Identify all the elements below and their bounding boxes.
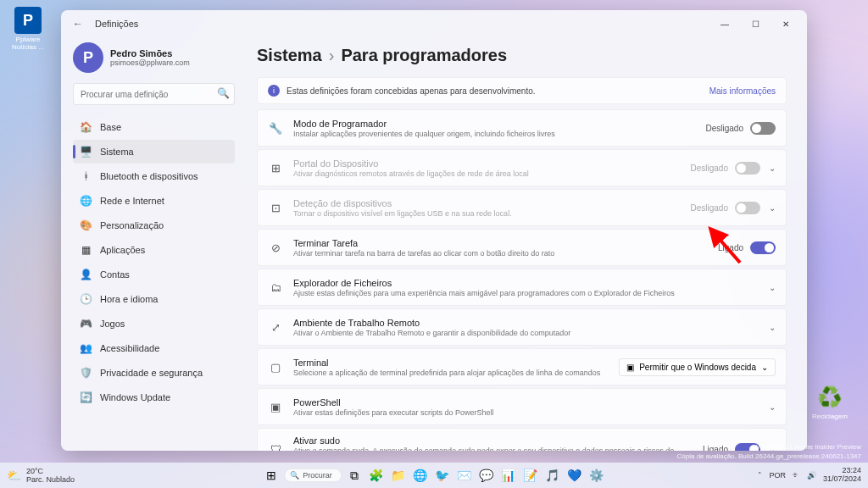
avatar: P — [73, 42, 103, 73]
search-icon: 🔍 — [290, 471, 299, 480]
setting-row[interactable]: ⊞ Portal do Dispositivo Ativar diagnósti… — [257, 149, 787, 186]
taskbar-app[interactable]: 📊 — [499, 466, 518, 485]
chevron-down-icon: ⌄ — [761, 363, 768, 372]
minimize-button[interactable]: — — [710, 14, 739, 34]
setting-icon: ▣ — [268, 401, 283, 413]
tray-volume-icon[interactable]: 🔊 — [807, 471, 816, 480]
taskbar-app[interactable]: 💙 — [565, 466, 584, 485]
breadcrumb-parent[interactable]: Sistema — [257, 46, 322, 65]
search-icon: 🔍 — [217, 87, 230, 99]
sidebar-item[interactable]: 🎮Jogos — [73, 312, 235, 336]
search-box[interactable]: 🔍 — [73, 83, 235, 105]
taskbar-app[interactable]: 💬 — [477, 466, 496, 485]
setting-desc: Ative o comando sudo. A execução do coma… — [293, 446, 703, 451]
nav-icon: 🎮 — [80, 318, 92, 330]
sidebar-item[interactable]: ▦Aplicações — [73, 238, 235, 262]
sidebar-item[interactable]: 🕒Hora e idioma — [73, 287, 235, 311]
taskbar-app[interactable]: ✉️ — [455, 466, 474, 485]
nav-label: Aplicações — [100, 245, 145, 255]
info-bar: i Estas definições foram concebidas apen… — [257, 77, 787, 104]
weather-widget[interactable]: ⛅ 20°C Parc. Nublado — [7, 467, 75, 484]
content-area: Sistema › Para programadores i Estas def… — [243, 37, 807, 451]
setting-row[interactable]: ⊡ Deteção de dispositivos Tornar o dispo… — [257, 189, 787, 226]
start-button[interactable]: ⊞ — [262, 466, 281, 485]
taskbar-app[interactable]: 🎵 — [543, 466, 562, 485]
info-link[interactable]: Mais informações — [709, 86, 776, 96]
maximize-button[interactable]: ☐ — [741, 14, 770, 34]
back-button[interactable]: ← — [68, 18, 88, 30]
nav-label: Contas — [100, 269, 130, 280]
recycle-icon: ♻️ — [816, 384, 843, 411]
nav-icon: 🎨 — [80, 219, 92, 231]
weather-icon: ⛅ — [7, 469, 21, 482]
nav-icon: 👤 — [80, 269, 92, 280]
terminal-dropdown[interactable]: ▣Permitir que o Windows decida⌄ — [619, 358, 776, 376]
sidebar-item[interactable]: 👥Acessibilidade — [73, 336, 235, 360]
nav-label: Privacidade e segurança — [100, 368, 203, 378]
sidebar-item[interactable]: 🔄Windows Update — [73, 385, 235, 409]
sidebar-item[interactable]: 🖥️Sistema — [73, 140, 235, 164]
setting-title: Deteção de dispositivos — [293, 198, 691, 208]
nav-list: 🏠Base🖥️SistemaᚼBluetooth e dispositivos🌐… — [73, 115, 235, 409]
sidebar-item[interactable]: 🛡️Privacidade e segurança — [73, 361, 235, 385]
setting-icon: ⤢ — [268, 321, 283, 334]
terminal-icon: ▣ — [626, 363, 634, 372]
tray-chevron[interactable]: ˄ — [758, 471, 762, 480]
profile-email: psimoes@pplware.com — [110, 58, 190, 67]
chevron-down-icon[interactable]: ⌄ — [769, 203, 776, 213]
chevron-down-icon[interactable]: ⌄ — [769, 283, 776, 292]
taskbar-app[interactable]: 🌐 — [411, 466, 430, 485]
taskbar-app[interactable]: 📝 — [521, 466, 540, 485]
recycle-bin[interactable]: ♻️ Reciclagem — [809, 384, 851, 420]
weather-temp: 20°C — [26, 467, 75, 475]
toggle-switch — [735, 162, 760, 175]
search-input[interactable] — [73, 83, 235, 105]
sidebar-item[interactable]: 🌐Rede e Internet — [73, 189, 235, 213]
setting-row: 🔧 Modo de Programador Instalar aplicaçõe… — [257, 109, 787, 147]
nav-icon: 🌐 — [80, 195, 92, 207]
setting-title: Ambiente de Trabalho Remoto — [293, 318, 760, 328]
nav-icon: 👥 — [80, 342, 92, 354]
taskbar-app[interactable]: ⚙️ — [587, 466, 606, 485]
setting-row[interactable]: 🗂 Explorador de Ficheiros Ajuste estas d… — [257, 269, 787, 306]
chevron-down-icon[interactable]: ⌄ — [769, 323, 776, 332]
taskbar-app[interactable]: 🐦 — [433, 466, 452, 485]
taskbar-clock[interactable]: 23:24 31/07/2024 — [823, 467, 861, 484]
setting-status: Desligado — [706, 124, 743, 133]
setting-desc: Tornar o dispositivo visível em ligações… — [293, 209, 691, 218]
nav-label: Acessibilidade — [100, 343, 159, 353]
chevron-down-icon[interactable]: ⌄ — [769, 402, 776, 412]
taskbar-search[interactable]: 🔍 Procurar — [284, 469, 342, 482]
nav-label: Jogos — [100, 319, 125, 329]
setting-row[interactable]: ▣ PowerShell Ativar estas definições par… — [257, 388, 787, 425]
nav-label: Sistema — [100, 147, 134, 157]
setting-row: ⊘ Terminar Tarefa Ativar terminar tarefa… — [257, 229, 787, 266]
setting-icon: 🗂 — [268, 281, 283, 294]
toggle-switch[interactable] — [750, 122, 776, 135]
chevron-down-icon[interactable]: ⌄ — [769, 164, 776, 173]
taskbar-app[interactable]: 🧩 — [367, 466, 386, 485]
task-view-button[interactable]: ⧉ — [345, 466, 364, 485]
tray-lang[interactable]: POR — [769, 471, 786, 480]
chevron-right-icon: › — [329, 46, 335, 65]
nav-label: Windows Update — [100, 392, 170, 402]
setting-icon: ▢ — [268, 361, 283, 374]
breadcrumb-current: Para programadores — [341, 46, 507, 65]
desktop-shortcut[interactable]: P Pplware Notícias ... — [7, 7, 49, 51]
taskbar-app[interactable]: 📁 — [389, 466, 408, 485]
titlebar: ← Definições — ☐ ✕ — [61, 10, 807, 37]
sidebar-item[interactable]: ᚼBluetooth e dispositivos — [73, 164, 235, 188]
profile[interactable]: P Pedro Simões psimoes@pplware.com — [73, 42, 235, 73]
nav-label: Base — [100, 122, 121, 132]
sidebar-item[interactable]: 👤Contas — [73, 263, 235, 286]
app-icon: P — [14, 7, 42, 34]
setting-icon: ⊡ — [268, 202, 283, 214]
setting-row[interactable]: ⤢ Ambiente de Trabalho Remoto Ativar o A… — [257, 308, 787, 346]
sidebar-item[interactable]: 🎨Personalização — [73, 214, 235, 237]
toggle-switch[interactable] — [750, 241, 776, 254]
setting-icon: ⊞ — [268, 162, 283, 175]
sidebar-item[interactable]: 🏠Base — [73, 115, 235, 139]
close-button[interactable]: ✕ — [771, 14, 800, 34]
setting-title: Portal do Dispositivo — [293, 158, 691, 169]
tray-network-icon[interactable]: ᯤ — [793, 471, 800, 480]
